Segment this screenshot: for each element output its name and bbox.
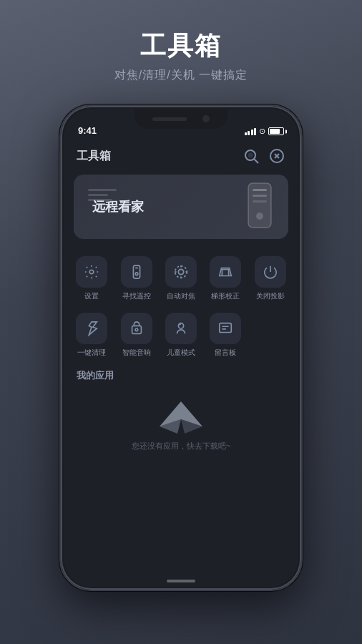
svg-point-12: [178, 269, 183, 274]
autofocus-icon-circle: [165, 256, 197, 288]
svg-rect-6: [253, 200, 267, 203]
svg-point-13: [175, 266, 187, 278]
svg-rect-17: [220, 323, 232, 333]
signal-bar-2: [248, 131, 250, 135]
board-icon-circle: [210, 313, 241, 344]
icon-item-clean[interactable]: 一键清理: [71, 308, 112, 362]
signal-bar-1: [245, 132, 247, 135]
svg-point-15: [135, 328, 138, 331]
svg-point-11: [135, 273, 138, 275]
signal-bar-4: [254, 128, 256, 135]
notch: [134, 109, 228, 129]
close-icon[interactable]: [268, 147, 285, 165]
icon-item-keystone[interactable]: 梯形校正: [205, 252, 246, 306]
apps-area: 您还没有应用，快去下载吧~: [64, 386, 298, 463]
bottom-bar: [64, 565, 298, 587]
app-header: 工具箱: [64, 140, 298, 172]
settings-icon-circle: [76, 256, 107, 288]
app-header-icons[interactable]: [243, 147, 285, 165]
clean-icon-circle: [76, 313, 107, 344]
keystone-icon-circle: [210, 256, 241, 288]
svg-rect-9: [133, 265, 140, 278]
svg-point-7: [256, 213, 263, 220]
banner-text: 远程看家: [92, 198, 144, 215]
signal-bar-3: [251, 130, 253, 135]
svg-line-1: [255, 160, 259, 164]
icon-label-board: 留言板: [215, 348, 236, 358]
section-title-my-apps: 我的应用: [64, 362, 298, 386]
children-icon-circle: [165, 313, 197, 344]
icon-item-speaker[interactable]: 智能音响: [115, 308, 157, 362]
notch-speaker: [152, 117, 187, 121]
paper-plane-icon: [160, 398, 202, 434]
svg-point-2: [248, 153, 253, 158]
icon-label-settings: 设置: [84, 291, 99, 301]
status-icons: ⊙: [245, 127, 285, 136]
phone-wrapper: 9:41 ⊙ 工具箱: [59, 104, 303, 591]
signal-bars: [245, 128, 257, 135]
icon-grid-row1: 设置 寻找遥控: [64, 242, 298, 306]
icon-label-power: 关闭投影: [256, 291, 285, 301]
icon-label-autofocus: 自动对焦: [167, 291, 195, 301]
bottom-indicator: [167, 580, 195, 582]
no-apps-text: 您还没有应用，快去下载吧~: [132, 441, 230, 452]
svg-rect-14: [132, 326, 141, 333]
wifi-icon: ⊙: [259, 127, 265, 136]
page-header: 工具箱 对焦/清理/关机 一键搞定: [114, 29, 248, 83]
power-icon-circle: [255, 256, 286, 288]
icon-item-children[interactable]: 儿童模式: [160, 308, 202, 362]
remote-banner[interactable]: 远程看家: [74, 175, 288, 239]
svg-rect-5: [253, 195, 267, 197]
icon-label-clean: 一键清理: [77, 348, 106, 358]
status-time: 9:41: [78, 125, 97, 136]
notch-camera: [202, 115, 210, 122]
icon-label-speaker: 智能音响: [122, 348, 151, 358]
battery-fill: [270, 129, 280, 134]
app-content: 工具箱: [64, 140, 298, 587]
icon-label-keystone: 梯形校正: [211, 291, 240, 301]
phone-screen: 9:41 ⊙ 工具箱: [64, 109, 298, 587]
search-icon[interactable]: [243, 147, 260, 165]
svg-rect-4: [253, 189, 267, 191]
banner-remote-icon: [243, 180, 277, 233]
section-my-apps: 我的应用 您还没有应用，快去下载吧~: [64, 362, 298, 463]
find-remote-icon-circle: [121, 256, 152, 288]
app-header-title: 工具箱: [77, 149, 111, 164]
icon-placeholder: [250, 308, 291, 362]
icon-item-settings[interactable]: 设置: [71, 252, 112, 306]
icon-grid-row2: 一键清理 智能音响: [64, 306, 298, 362]
svg-marker-18: [160, 401, 202, 426]
icon-label-find-remote: 寻找遥控: [122, 291, 151, 301]
speaker-icon-circle: [121, 313, 152, 344]
page-subtitle: 对焦/清理/关机 一键搞定: [114, 68, 248, 83]
page-title: 工具箱: [114, 29, 248, 64]
icon-label-children: 儿童模式: [167, 348, 195, 358]
battery-icon: [268, 127, 284, 135]
icon-item-find-remote[interactable]: 寻找遥控: [115, 252, 157, 306]
icon-item-board[interactable]: 留言板: [205, 308, 246, 362]
icon-item-power[interactable]: 关闭投影: [250, 252, 291, 306]
icon-item-autofocus[interactable]: 自动对焦: [160, 252, 202, 306]
phone-frame: 9:41 ⊙ 工具箱: [59, 104, 303, 591]
svg-point-8: [89, 270, 94, 274]
